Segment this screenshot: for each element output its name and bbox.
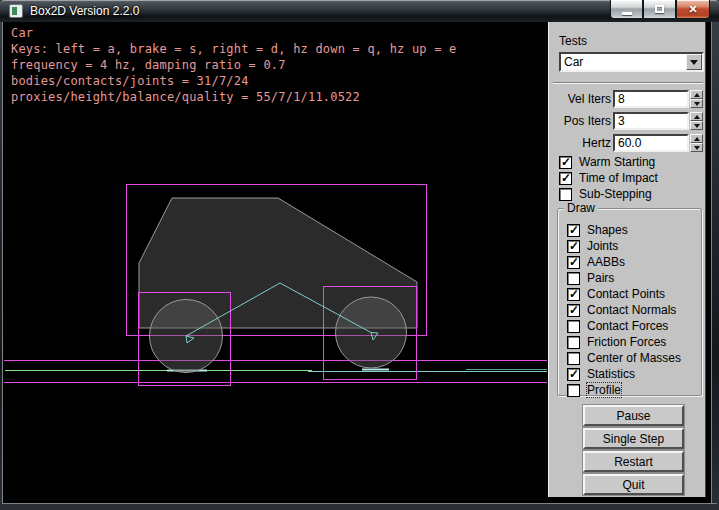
- draw-groupbox: Draw Shapes Joints AABBs Pairs: [557, 208, 702, 396]
- checkbox-label: Center of Masses: [587, 351, 681, 365]
- caption-buttons: ✕: [610, 0, 710, 19]
- hud-line-counts: bodies/contacts/joints = 31/7/24: [11, 74, 249, 88]
- checkbox-box[interactable]: [567, 288, 580, 301]
- close-button[interactable]: ✕: [676, 0, 710, 19]
- checkbox-label: Contact Forces: [587, 319, 668, 333]
- checkbox-label: Warm Starting: [579, 155, 655, 169]
- checkbox-box[interactable]: [559, 156, 572, 169]
- vel-iters-row: Vel Iters: [549, 90, 707, 108]
- hertz-spinner: [690, 134, 703, 152]
- vel-iters-label: Vel Iters: [568, 92, 611, 106]
- checkbox-label: Pairs: [587, 271, 614, 285]
- pos-iters-row: Pos Iters: [549, 112, 707, 130]
- checkbox-aabbs[interactable]: AABBs: [567, 255, 625, 269]
- app-icon: [9, 4, 23, 18]
- checkbox-box[interactable]: [567, 240, 580, 253]
- hertz-up-button[interactable]: [690, 134, 703, 143]
- chevron-down-icon: [690, 60, 698, 65]
- window-frame-highlight-bottom: [2, 503, 717, 504]
- checkbox-label: Profile: [587, 383, 621, 397]
- minimize-icon: [622, 12, 632, 15]
- vel-iters-input[interactable]: [613, 90, 689, 108]
- checkbox-contact-points[interactable]: Contact Points: [567, 287, 665, 301]
- pos-iters-spinner: [690, 112, 703, 130]
- pause-button[interactable]: Pause: [583, 405, 684, 426]
- checkbox-box[interactable]: [567, 304, 580, 317]
- hud-line-frequency: frequency = 4 hz, damping ratio = 0.7: [11, 58, 286, 72]
- hud-line-keys: Keys: left = a, brake = s, right = d, hz…: [11, 42, 456, 56]
- restart-button[interactable]: Restart: [583, 451, 684, 472]
- checkbox-box[interactable]: [567, 384, 580, 397]
- title-bar[interactable]: Box2D Version 2.2.0 ✕: [0, 0, 719, 22]
- pos-iters-down-button[interactable]: [690, 121, 703, 130]
- maximize-icon: [655, 5, 664, 13]
- arrow-down-icon: [694, 146, 700, 150]
- checkbox-box[interactable]: [567, 320, 580, 333]
- hertz-input[interactable]: [613, 134, 689, 152]
- window-frame-highlight-right: [711, 22, 712, 503]
- minimize-button[interactable]: [610, 0, 643, 19]
- hud-line-title: Car: [11, 26, 33, 40]
- checkbox-sub-stepping[interactable]: Sub-Stepping: [559, 187, 652, 201]
- simulation-canvas[interactable]: Car Keys: left = a, brake = s, right = d…: [4, 22, 547, 503]
- arrow-up-icon: [694, 115, 700, 119]
- checkbox-label: Joints: [587, 239, 618, 253]
- checkbox-box[interactable]: [567, 368, 580, 381]
- checkbox-joints[interactable]: Joints: [567, 239, 618, 253]
- checkbox-contact-normals[interactable]: Contact Normals: [567, 303, 676, 317]
- checkbox-label: Time of Impact: [579, 171, 658, 185]
- app-window: Box2D Version 2.2.0 ✕: [0, 0, 719, 510]
- close-icon: ✕: [688, 3, 697, 16]
- checkbox-box[interactable]: [567, 272, 580, 285]
- checkbox-statistics[interactable]: Statistics: [567, 367, 635, 381]
- checkbox-label: Friction Forces: [587, 335, 666, 349]
- pos-iters-up-button[interactable]: [690, 112, 703, 121]
- checkbox-profile[interactable]: Profile: [567, 383, 621, 397]
- single-step-button[interactable]: Single Step: [583, 428, 684, 449]
- checkbox-center-of-masses[interactable]: Center of Masses: [567, 351, 681, 365]
- client-area: Car Keys: left = a, brake = s, right = d…: [2, 22, 712, 503]
- hertz-label: Hertz: [582, 136, 611, 150]
- tests-dropdown-button[interactable]: [686, 54, 702, 70]
- pos-iters-label: Pos Iters: [564, 114, 611, 128]
- checkbox-label: AABBs: [587, 255, 625, 269]
- arrow-down-icon: [694, 124, 700, 128]
- checkbox-contact-forces[interactable]: Contact Forces: [567, 319, 668, 333]
- checkbox-time-of-impact[interactable]: Time of Impact: [559, 171, 658, 185]
- checkbox-pairs[interactable]: Pairs: [567, 271, 614, 285]
- draw-group-title: Draw: [564, 201, 598, 215]
- checkbox-friction-forces[interactable]: Friction Forces: [567, 335, 666, 349]
- quit-button[interactable]: Quit: [583, 474, 684, 495]
- tests-label: Tests: [559, 34, 587, 48]
- checkbox-label: Contact Normals: [587, 303, 676, 317]
- arrow-up-icon: [694, 137, 700, 141]
- checkbox-shapes[interactable]: Shapes: [567, 223, 628, 237]
- checkbox-label: Shapes: [587, 223, 628, 237]
- checkbox-label: Contact Points: [587, 287, 665, 301]
- checkbox-warm-starting[interactable]: Warm Starting: [559, 155, 655, 169]
- checkbox-box[interactable]: [567, 336, 580, 349]
- checkbox-box[interactable]: [559, 188, 572, 201]
- checkbox-box[interactable]: [567, 352, 580, 365]
- checkbox-label: Sub-Stepping: [579, 187, 652, 201]
- tests-dropdown[interactable]: Car: [559, 52, 704, 72]
- separator: [553, 82, 703, 84]
- checkbox-box[interactable]: [559, 172, 572, 185]
- hud-line-proxies: proxies/height/balance/quality = 55/7/1/…: [11, 90, 360, 104]
- checkbox-box[interactable]: [567, 256, 580, 269]
- vel-iters-up-button[interactable]: [690, 90, 703, 99]
- maximize-button[interactable]: [643, 0, 676, 19]
- hertz-down-button[interactable]: [690, 143, 703, 152]
- hud-text: Car Keys: left = a, brake = s, right = d…: [11, 25, 456, 105]
- arrow-up-icon: [694, 93, 700, 97]
- vel-iters-spinner: [690, 90, 703, 108]
- arrow-down-icon: [694, 102, 700, 106]
- hertz-row: Hertz: [549, 134, 707, 152]
- checkbox-label: Statistics: [587, 367, 635, 381]
- control-panel: Tests Car Vel Iters Pos Iters: [548, 22, 706, 497]
- tests-dropdown-value[interactable]: Car: [561, 54, 686, 70]
- vel-iters-down-button[interactable]: [690, 99, 703, 108]
- pos-iters-input[interactable]: [613, 112, 689, 130]
- window-title: Box2D Version 2.2.0: [30, 4, 139, 18]
- checkbox-box[interactable]: [567, 224, 580, 237]
